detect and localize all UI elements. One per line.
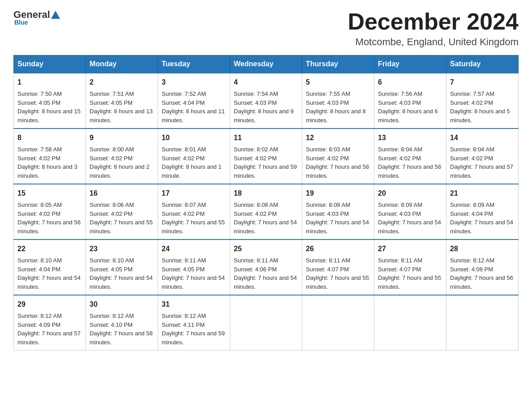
calendar-day-cell: 25Sunrise: 8:11 AMSunset: 4:06 PMDayligh… [230,240,302,295]
day-info: Sunrise: 8:12 AMSunset: 4:10 PMDaylight:… [90,312,154,347]
day-number: 15 [17,188,82,199]
day-info: Sunrise: 8:10 AMSunset: 4:05 PMDaylight:… [90,256,154,291]
day-number: 1 [17,77,82,88]
calendar-day-cell: 23Sunrise: 8:10 AMSunset: 4:05 PMDayligh… [86,240,158,295]
calendar-day-cell: 15Sunrise: 8:05 AMSunset: 4:02 PMDayligh… [14,184,86,240]
weekday-header-cell: Tuesday [158,56,230,73]
page-header: General Blue December 2024 Motcombe, Eng… [13,9,519,48]
calendar-week-row: 1Sunrise: 7:50 AMSunset: 4:05 PMDaylight… [14,73,519,128]
day-info: Sunrise: 8:10 AMSunset: 4:04 PMDaylight:… [17,256,82,291]
calendar-day-cell: 13Sunrise: 8:04 AMSunset: 4:02 PMDayligh… [374,128,446,184]
day-number: 4 [234,77,298,88]
day-info: Sunrise: 8:12 AMSunset: 4:09 PMDaylight:… [17,312,82,347]
day-number: 19 [306,188,370,199]
day-info: Sunrise: 8:12 AMSunset: 4:11 PMDaylight:… [162,312,226,347]
day-info: Sunrise: 8:04 AMSunset: 4:02 PMDaylight:… [450,145,515,180]
day-number: 11 [234,133,298,143]
day-info: Sunrise: 8:00 AMSunset: 4:02 PMDaylight:… [90,145,154,180]
calendar-day-cell [374,295,446,351]
day-info: Sunrise: 7:50 AMSunset: 4:05 PMDaylight:… [17,90,82,124]
calendar-day-cell: 4Sunrise: 7:54 AMSunset: 4:03 PMDaylight… [230,73,302,128]
calendar-table: SundayMondayTuesdayWednesdayThursdayFrid… [13,55,519,351]
calendar-day-cell: 7Sunrise: 7:57 AMSunset: 4:02 PMDaylight… [446,73,519,128]
calendar-day-cell [230,295,302,351]
calendar-week-row: 8Sunrise: 7:58 AMSunset: 4:02 PMDaylight… [14,128,519,184]
day-info: Sunrise: 7:52 AMSunset: 4:04 PMDaylight:… [162,90,226,124]
day-number: 7 [450,77,515,88]
weekday-header-cell: Thursday [302,56,374,73]
day-info: Sunrise: 8:05 AMSunset: 4:02 PMDaylight:… [17,201,82,235]
calendar-day-cell: 18Sunrise: 8:08 AMSunset: 4:02 PMDayligh… [230,184,302,240]
day-info: Sunrise: 8:11 AMSunset: 4:05 PMDaylight:… [162,256,226,291]
weekday-header-cell: Friday [374,56,446,73]
calendar-day-cell: 2Sunrise: 7:51 AMSunset: 4:05 PMDaylight… [86,73,158,128]
day-info: Sunrise: 8:11 AMSunset: 4:07 PMDaylight:… [378,256,442,291]
day-number: 16 [90,188,154,199]
day-number: 31 [162,299,226,310]
day-number: 2 [90,77,154,88]
weekday-header-cell: Wednesday [230,56,302,73]
calendar-body: 1Sunrise: 7:50 AMSunset: 4:05 PMDaylight… [14,73,519,351]
calendar-day-cell: 1Sunrise: 7:50 AMSunset: 4:05 PMDaylight… [14,73,86,128]
day-number: 3 [162,77,226,88]
day-number: 30 [90,299,154,310]
calendar-day-cell: 10Sunrise: 8:01 AMSunset: 4:02 PMDayligh… [158,128,230,184]
calendar-day-cell: 22Sunrise: 8:10 AMSunset: 4:04 PMDayligh… [14,240,86,295]
day-info: Sunrise: 8:01 AMSunset: 4:02 PMDaylight:… [162,145,226,180]
calendar-day-cell: 14Sunrise: 8:04 AMSunset: 4:02 PMDayligh… [446,128,519,184]
day-number: 8 [17,133,82,143]
calendar-day-cell: 20Sunrise: 8:09 AMSunset: 4:03 PMDayligh… [374,184,446,240]
day-number: 24 [162,244,226,254]
calendar-day-cell: 6Sunrise: 7:56 AMSunset: 4:03 PMDaylight… [374,73,446,128]
day-info: Sunrise: 8:08 AMSunset: 4:03 PMDaylight:… [306,201,370,235]
weekday-header-cell: Saturday [446,56,519,73]
weekday-header-cell: Sunday [14,56,86,73]
day-number: 6 [378,77,442,88]
day-number: 25 [234,244,298,254]
day-number: 18 [234,188,298,199]
day-number: 12 [306,133,370,143]
day-number: 17 [162,188,226,199]
calendar-day-cell: 8Sunrise: 7:58 AMSunset: 4:02 PMDaylight… [14,128,86,184]
day-number: 9 [90,133,154,143]
weekday-header-row: SundayMondayTuesdayWednesdayThursdayFrid… [14,56,519,73]
day-number: 23 [90,244,154,254]
day-info: Sunrise: 8:09 AMSunset: 4:03 PMDaylight:… [378,201,442,235]
day-number: 20 [378,188,442,199]
calendar-day-cell: 12Sunrise: 8:03 AMSunset: 4:02 PMDayligh… [302,128,374,184]
day-info: Sunrise: 8:06 AMSunset: 4:02 PMDaylight:… [90,201,154,235]
calendar-week-row: 29Sunrise: 8:12 AMSunset: 4:09 PMDayligh… [14,295,519,351]
calendar-day-cell [446,295,519,351]
day-info: Sunrise: 8:08 AMSunset: 4:02 PMDaylight:… [234,201,298,235]
day-info: Sunrise: 7:58 AMSunset: 4:02 PMDaylight:… [17,145,82,180]
day-info: Sunrise: 7:55 AMSunset: 4:03 PMDaylight:… [306,90,370,124]
calendar-day-cell: 17Sunrise: 8:07 AMSunset: 4:02 PMDayligh… [158,184,230,240]
location-title: Motcombe, England, United Kingdom [348,36,519,48]
day-number: 27 [378,244,442,254]
logo: General Blue [13,9,61,26]
day-number: 14 [450,133,515,143]
calendar-day-cell: 24Sunrise: 8:11 AMSunset: 4:05 PMDayligh… [158,240,230,295]
day-info: Sunrise: 8:03 AMSunset: 4:02 PMDaylight:… [306,145,370,180]
calendar-day-cell: 30Sunrise: 8:12 AMSunset: 4:10 PMDayligh… [86,295,158,351]
month-title: December 2024 [348,9,519,34]
day-number: 5 [306,77,370,88]
calendar-day-cell: 27Sunrise: 8:11 AMSunset: 4:07 PMDayligh… [374,240,446,295]
calendar-day-cell: 28Sunrise: 8:12 AMSunset: 4:08 PMDayligh… [446,240,519,295]
day-info: Sunrise: 8:12 AMSunset: 4:08 PMDaylight:… [450,256,515,291]
calendar-day-cell: 29Sunrise: 8:12 AMSunset: 4:09 PMDayligh… [14,295,86,351]
calendar-week-row: 15Sunrise: 8:05 AMSunset: 4:02 PMDayligh… [14,184,519,240]
weekday-header-cell: Monday [86,56,158,73]
day-number: 28 [450,244,515,254]
day-number: 21 [450,188,515,199]
day-info: Sunrise: 7:54 AMSunset: 4:03 PMDaylight:… [234,90,298,124]
title-area: December 2024 Motcombe, England, United … [348,9,519,48]
calendar-day-cell: 5Sunrise: 7:55 AMSunset: 4:03 PMDaylight… [302,73,374,128]
day-info: Sunrise: 8:02 AMSunset: 4:02 PMDaylight:… [234,145,298,180]
day-info: Sunrise: 8:04 AMSunset: 4:02 PMDaylight:… [378,145,442,180]
day-number: 10 [162,133,226,143]
logo-blue-text: Blue [14,19,28,26]
day-info: Sunrise: 7:56 AMSunset: 4:03 PMDaylight:… [378,90,442,124]
calendar-day-cell: 21Sunrise: 8:09 AMSunset: 4:04 PMDayligh… [446,184,519,240]
calendar-day-cell: 26Sunrise: 8:11 AMSunset: 4:07 PMDayligh… [302,240,374,295]
